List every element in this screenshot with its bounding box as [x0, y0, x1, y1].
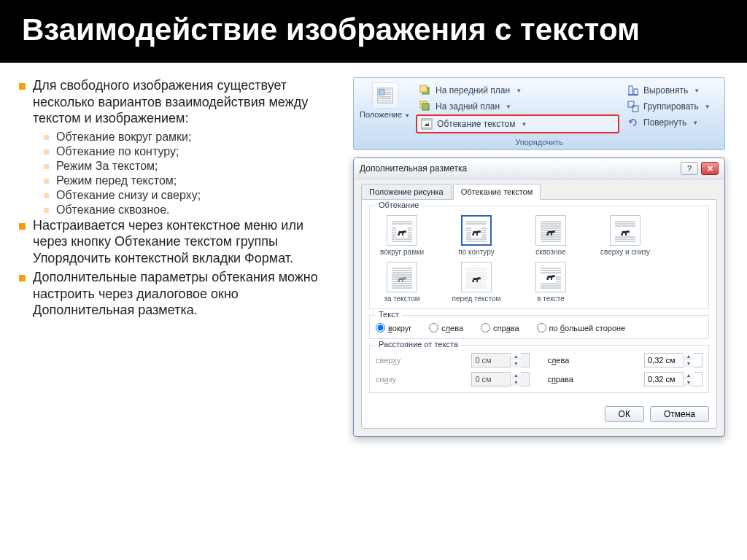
wrap-option-2[interactable]: сквозное — [525, 215, 577, 256]
wrap-option-3[interactable]: сверху и снизу — [599, 215, 651, 256]
group-icon — [627, 100, 640, 113]
svg-rect-1 — [379, 90, 384, 95]
slide-title-bar: Взаимодействие изображения с текстом — [0, 0, 747, 63]
list-item: Дополнительные параметры обтекания можно… — [19, 269, 340, 319]
wrap-option-label: вокруг рамки — [376, 248, 428, 256]
wrap-option-5[interactable]: перед текстом — [450, 262, 503, 303]
radio-around[interactable]: ввокругокруг — [376, 323, 411, 332]
wrap-option-label: за текстом — [376, 295, 428, 303]
dist-right-label: справасправа — [547, 375, 627, 384]
dist-bottom-label: снизуснизу — [376, 375, 454, 384]
wrap-option-icon — [610, 215, 640, 246]
list-item: Для свободного изображения существует не… — [19, 77, 340, 127]
list-item: Обтекание снизу и сверху; — [44, 188, 340, 203]
list-item: Настраивается через контекстное меню или… — [19, 217, 340, 267]
wrap-option-icon — [461, 215, 492, 246]
dist-left-spin[interactable]: ▲▼ — [644, 353, 703, 368]
ribbon-arrange-group: Положение▼ На передний план▼ На задний п… — [353, 77, 725, 150]
position-button[interactable]: Положение▼ — [360, 82, 410, 119]
svg-rect-9 — [420, 85, 427, 92]
wrap-option-label: перед текстом — [450, 295, 503, 303]
list-item: Обтекание вокруг рамки; — [44, 130, 340, 144]
tab-picture-position[interactable]: Положение рисунка — [361, 184, 452, 200]
svg-rect-16 — [634, 89, 638, 95]
wrap-option-0[interactable]: вокруг рамки — [376, 215, 428, 256]
ribbon-group-label: Упорядочить — [360, 138, 719, 147]
svg-rect-19 — [632, 106, 638, 112]
svg-rect-15 — [629, 86, 632, 95]
position-icon — [372, 82, 398, 109]
ok-button[interactable]: ОК — [605, 406, 644, 422]
dist-top-spin: ▲▼ — [471, 353, 530, 368]
dist-right-spin[interactable]: ▲▼ — [644, 372, 703, 386]
bullet-list: Для свободного изображения существует не… — [19, 77, 340, 437]
wrap-option-icon — [535, 262, 566, 292]
list-item: Режим За текстом; — [44, 159, 340, 174]
text-wrap-button[interactable]: Обтекание текстом▼ — [416, 114, 619, 133]
wrap-option-6[interactable]: в тексте — [525, 262, 577, 303]
list-item: Обтекание по контуру; — [44, 144, 340, 159]
rotate-icon — [627, 116, 640, 129]
wrap-option-icon — [387, 262, 417, 292]
group-button[interactable]: Группировать▼ — [624, 98, 719, 114]
wrap-option-icon — [535, 215, 566, 246]
wrap-option-label: сверху и снизу — [599, 248, 651, 256]
wrap-option-label: по контуру — [450, 248, 503, 256]
list-item: Режим перед текстом; — [44, 174, 340, 188]
wrap-option-1[interactable]: по контуру — [450, 215, 503, 256]
text-wrap-icon — [420, 117, 433, 131]
radio-largest[interactable]: по большей сторонепо большей стороне — [537, 323, 626, 332]
wrap-option-icon — [461, 262, 492, 292]
radio-left[interactable]: слеваслева — [429, 323, 463, 332]
help-button[interactable]: ? — [681, 162, 698, 175]
wrap-style-group: Обтекание вокруг рамкипо контурусквозное… — [369, 206, 709, 309]
cancel-button[interactable]: Отмена — [650, 406, 709, 422]
dist-bottom-spin: ▲▼ — [471, 372, 530, 386]
bring-front-icon — [419, 84, 432, 97]
wrap-option-4[interactable]: за текстом — [376, 262, 428, 303]
advanced-layout-dialog: Дополнительная разметка ? ✕ Положение ри… — [353, 158, 725, 437]
close-button[interactable]: ✕ — [701, 162, 719, 175]
svg-rect-18 — [628, 101, 634, 107]
radio-right[interactable]: справасправа — [481, 323, 519, 332]
slide-title: Взаимодействие изображения с текстом — [22, 13, 725, 47]
dist-left-label: слеваслева — [547, 356, 627, 365]
tab-text-wrapping[interactable]: Обтекание текстом — [453, 184, 541, 200]
send-to-back-button[interactable]: На задний план▼ — [416, 98, 619, 114]
wrap-option-label: сквозное — [525, 248, 577, 256]
wrap-option-icon — [387, 215, 417, 246]
dist-top-label: сверхусверху — [376, 356, 454, 365]
dialog-title: Дополнительная разметка — [360, 163, 678, 174]
bring-to-front-button[interactable]: На передний план▼ — [416, 82, 619, 98]
rotate-button[interactable]: Повернуть▼ — [624, 114, 719, 131]
align-button[interactable]: Выровнять▼ — [624, 82, 719, 98]
svg-rect-11 — [422, 104, 429, 110]
send-back-icon — [419, 100, 432, 113]
align-icon — [627, 84, 640, 97]
list-item: Обтекание сквозное. — [44, 203, 340, 217]
distance-group: Расстояние от текста сверхусверху ▲▼ сле… — [369, 345, 709, 393]
text-side-group: Текст ввокругокруг слеваслева справаспра… — [369, 315, 709, 339]
wrap-option-label: в тексте — [525, 295, 577, 303]
